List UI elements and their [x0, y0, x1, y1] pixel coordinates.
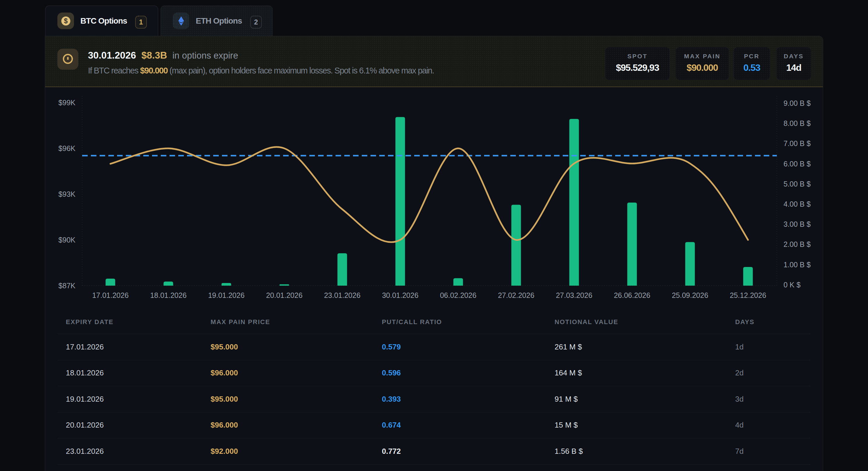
svg-text:4.00 B $: 4.00 B $	[783, 200, 811, 208]
svg-text:8.00 B $: 8.00 B $	[783, 119, 811, 127]
svg-text:$: $	[64, 17, 68, 25]
svg-text:7.00 B $: 7.00 B $	[783, 139, 811, 147]
svg-text:$90K: $90K	[59, 236, 76, 244]
svg-text:18.01.2026: 18.01.2026	[150, 291, 186, 299]
svg-text:9.00 B $: 9.00 B $	[783, 99, 811, 107]
svg-text:23.01.2026: 23.01.2026	[324, 291, 360, 299]
svg-text:$87K: $87K	[59, 282, 76, 290]
svg-text:30.01.2026: 30.01.2026	[382, 291, 418, 299]
svg-text:06.02.2026: 06.02.2026	[440, 291, 476, 299]
svg-text:25.12.2026: 25.12.2026	[730, 291, 766, 299]
svg-text:0 K $: 0 K $	[783, 281, 800, 289]
svg-text:27.03.2026: 27.03.2026	[556, 291, 592, 299]
svg-text:$99K: $99K	[59, 98, 76, 107]
svg-text:2.00 B $: 2.00 B $	[783, 240, 811, 248]
svg-text:$96K: $96K	[59, 144, 76, 152]
svg-text:26.06.2026: 26.06.2026	[614, 291, 650, 299]
svg-text:3.00 B $: 3.00 B $	[783, 220, 811, 228]
svg-text:19.01.2026: 19.01.2026	[208, 291, 244, 299]
svg-text:25.09.2026: 25.09.2026	[672, 291, 708, 299]
svg-text:17.01.2026: 17.01.2026	[92, 291, 128, 299]
svg-text:6.00 B $: 6.00 B $	[783, 160, 811, 168]
svg-text:$93K: $93K	[59, 190, 76, 198]
svg-text:1.00 B $: 1.00 B $	[783, 261, 811, 269]
svg-text:5.00 B $: 5.00 B $	[783, 180, 811, 188]
svg-text:27.02.2026: 27.02.2026	[498, 291, 534, 299]
svg-text:20.01.2026: 20.01.2026	[266, 291, 302, 299]
